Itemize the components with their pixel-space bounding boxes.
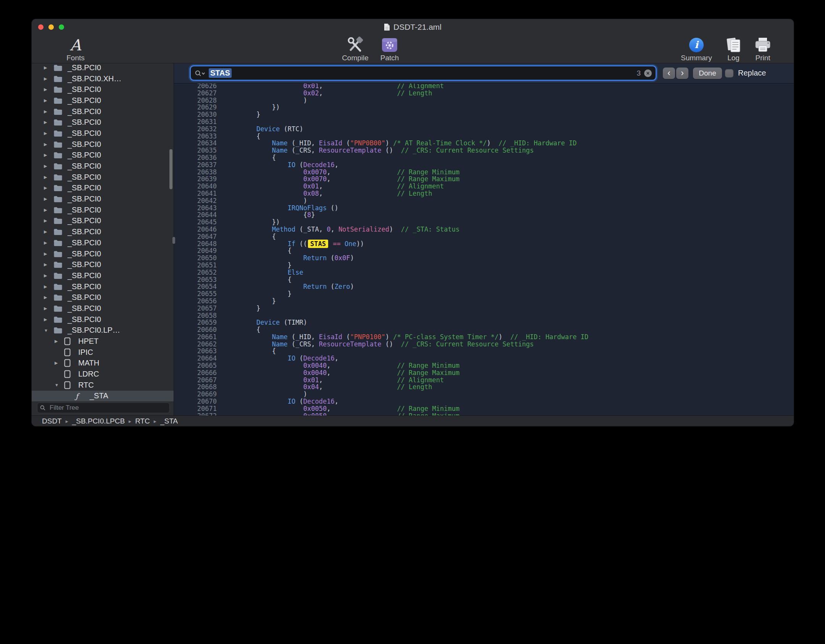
fonts-button[interactable]: A Fonts xyxy=(64,36,87,62)
code-line[interactable]: 20672 0x0050, // Range Maximum xyxy=(174,412,794,415)
code-line[interactable]: 20646 Method (_STA, 0, NotSerialized) //… xyxy=(174,226,794,233)
disclosure-triangle-icon[interactable]: ▶ xyxy=(43,164,53,169)
disclosure-triangle-icon[interactable]: ▶ xyxy=(43,109,53,114)
code-line[interactable]: 20636 { xyxy=(174,154,794,161)
code-line[interactable]: 20662 Name (_CRS, ResourceTemplate () //… xyxy=(174,341,794,348)
code-line[interactable]: 20641 0x08, // Length xyxy=(174,190,794,197)
tree-item-sb-pci0[interactable]: ▶_SB.PCI0 xyxy=(32,259,174,270)
disclosure-triangle-icon[interactable]: ▼ xyxy=(43,328,53,333)
tree-item-sb-pci0[interactable]: ▶_SB.PCI0 xyxy=(32,292,174,303)
code-line[interactable]: 20635 Name (_CRS, ResourceTemplate () //… xyxy=(174,147,794,154)
disclosure-triangle-icon[interactable]: ▶ xyxy=(43,87,53,92)
disclosure-triangle-icon[interactable]: ▶ xyxy=(43,273,53,278)
code-line[interactable]: 20653 { xyxy=(174,276,794,283)
tree-item-sb-pci0[interactable]: ▶_SB.PCI0 xyxy=(32,237,174,248)
titlebar[interactable]: DSDT-21.aml xyxy=(32,19,794,35)
clear-search-button[interactable]: × xyxy=(644,69,652,77)
search-match-highlight[interactable]: STAS xyxy=(308,240,328,248)
code-line[interactable]: 20667 0x01, // Alignment xyxy=(174,377,794,384)
disclosure-triangle-icon[interactable]: ▶ xyxy=(43,120,53,125)
disclosure-triangle-icon[interactable]: ▶ xyxy=(43,262,53,267)
code-line[interactable]: 20658 xyxy=(174,312,794,319)
tree-item-math[interactable]: ▶MATH xyxy=(32,358,174,369)
code-line[interactable]: 20640 0x01, // Alignment xyxy=(174,183,794,190)
code-line[interactable]: 20651 } xyxy=(174,262,794,269)
disclosure-triangle-icon[interactable]: ▶ xyxy=(43,185,53,190)
breadcrumb-item[interactable]: RTC xyxy=(135,417,150,425)
tree-item-ldrc[interactable]: LDRC xyxy=(32,369,174,380)
close-button[interactable] xyxy=(38,24,44,30)
code-line[interactable]: 20645 }) xyxy=(174,219,794,226)
tree-item-sb-pci0[interactable]: ▶_SB.PCI0 xyxy=(32,226,174,237)
code-line[interactable]: 20665 0x0040, // Range Minimum xyxy=(174,362,794,369)
disclosure-triangle-icon[interactable]: ▶ xyxy=(43,208,53,213)
tree-item-sb-pci0-lp[interactable]: ▼_SB.PCI0.LP… xyxy=(32,325,174,336)
disclosure-triangle-icon[interactable]: ▶ xyxy=(54,361,64,365)
code-line[interactable]: 20664 IO (Decode16, xyxy=(174,355,794,362)
code-line[interactable]: 20668 0x04, // Length xyxy=(174,383,794,391)
tree-item-sb-pci0[interactable]: ▶_SB.PCI0 xyxy=(32,314,174,325)
code-line[interactable]: 20637 IO (Decode16, xyxy=(174,161,794,169)
compile-button[interactable]: Compile xyxy=(336,36,374,62)
tree-item-sb-pci0[interactable]: ▶_SB.PCI0 xyxy=(32,84,174,95)
tree-item-sb-pci0[interactable]: ▶_SB.PCI0 xyxy=(32,183,174,194)
code-line[interactable]: 20649 { xyxy=(174,247,794,254)
disclosure-triangle-icon[interactable]: ▶ xyxy=(43,196,53,201)
disclosure-triangle-icon[interactable]: ▶ xyxy=(43,218,53,223)
code-line[interactable]: 20663 { xyxy=(174,348,794,355)
tree-item-sb-pci0[interactable]: ▶_SB.PCI0 xyxy=(32,303,174,314)
code-line[interactable]: 20659 Device (TIMR) xyxy=(174,319,794,326)
disclosure-triangle-icon[interactable]: ▶ xyxy=(43,317,53,322)
tree-item-sb-pci0-xh[interactable]: ▶_SB.PCI0.XH… xyxy=(32,73,174,84)
breadcrumb-item[interactable]: _SB.PCI0.LPCB xyxy=(72,417,125,425)
disclosure-triangle-icon[interactable]: ▶ xyxy=(43,240,53,245)
disclosure-triangle-icon[interactable]: ▶ xyxy=(43,65,53,70)
disclosure-triangle-icon[interactable]: ▼ xyxy=(54,383,64,387)
tree-item-sb-pci0[interactable]: ▶_SB.PCI0 xyxy=(32,63,174,73)
code-line[interactable]: 20648 If ((STAS == One)) xyxy=(174,240,794,248)
disclosure-triangle-icon[interactable]: ▶ xyxy=(43,175,53,180)
sidebar-scrollbar-thumb[interactable] xyxy=(169,149,172,189)
tree-item-sb-pci0[interactable]: ▶_SB.PCI0 xyxy=(32,193,174,204)
code-line[interactable]: 20660 { xyxy=(174,326,794,333)
tree-item-sb-pci0[interactable]: ▶_SB.PCI0 xyxy=(32,281,174,292)
tree-filter-input[interactable] xyxy=(37,402,170,413)
code-line[interactable]: 20634 Name (_HID, EisaId ("PNP0B00") /* … xyxy=(174,140,794,147)
search-input[interactable]: STAS 3 × xyxy=(191,66,656,80)
tree-item-sb-pci0[interactable]: ▶_SB.PCI0 xyxy=(32,117,174,128)
tree-item-sb-pci0[interactable]: ▶_SB.PCI0 xyxy=(32,216,174,227)
code-line[interactable]: 20647 { xyxy=(174,233,794,240)
disclosure-triangle-icon[interactable]: ▶ xyxy=(54,339,64,344)
tree-item-sb-pci0[interactable]: ▶_SB.PCI0 xyxy=(32,161,174,172)
code-line[interactable]: 20631 xyxy=(174,118,794,126)
find-next-button[interactable]: › xyxy=(676,68,688,79)
code-line[interactable]: 20655 } xyxy=(174,290,794,298)
code-line[interactable]: 20633 { xyxy=(174,133,794,140)
zoom-button[interactable] xyxy=(59,24,64,30)
tree-item-sb-pci0[interactable]: ▶_SB.PCI0 xyxy=(32,270,174,281)
code-line[interactable]: 20654 Return (Zero) xyxy=(174,283,794,290)
tree-item-sb-pci0[interactable]: ▶_SB.PCI0 xyxy=(32,139,174,150)
tree-item-rtc[interactable]: ▼RTC xyxy=(32,380,174,391)
disclosure-triangle-icon[interactable]: ▶ xyxy=(43,76,53,81)
document-proxy-icon[interactable] xyxy=(384,23,390,31)
code-line[interactable]: 20628 ) xyxy=(174,97,794,104)
tree-item-sta[interactable]: ƒ_STA xyxy=(32,391,174,402)
code-line[interactable]: 20671 0x0050, // Range Minimum xyxy=(174,405,794,412)
disclosure-triangle-icon[interactable]: ▶ xyxy=(43,295,53,300)
divider-grip[interactable] xyxy=(172,237,175,244)
code-line[interactable]: 20632 Device (RTC) xyxy=(174,126,794,133)
tree-item-sb-pci0[interactable]: ▶_SB.PCI0 xyxy=(32,150,174,161)
code-line[interactable]: 20644 {8} xyxy=(174,211,794,219)
tree-item-sb-pci0[interactable]: ▶_SB.PCI0 xyxy=(32,172,174,183)
disclosure-triangle-icon[interactable]: ▶ xyxy=(43,306,53,311)
disclosure-triangle-icon[interactable]: ▶ xyxy=(43,251,53,256)
minimize-button[interactable] xyxy=(48,24,54,30)
code-line[interactable]: 20670 IO (Decode16, xyxy=(174,398,794,405)
tree-item-sb-pci0[interactable]: ▶_SB.PCI0 xyxy=(32,248,174,259)
code-line[interactable]: 20657 } xyxy=(174,305,794,312)
find-previous-button[interactable]: ‹ xyxy=(663,68,675,79)
tree-item-sb-pci0[interactable]: ▶_SB.PCI0 xyxy=(32,106,174,117)
replace-checkbox[interactable] xyxy=(725,69,733,77)
search-magnifier-icon[interactable] xyxy=(195,70,205,77)
